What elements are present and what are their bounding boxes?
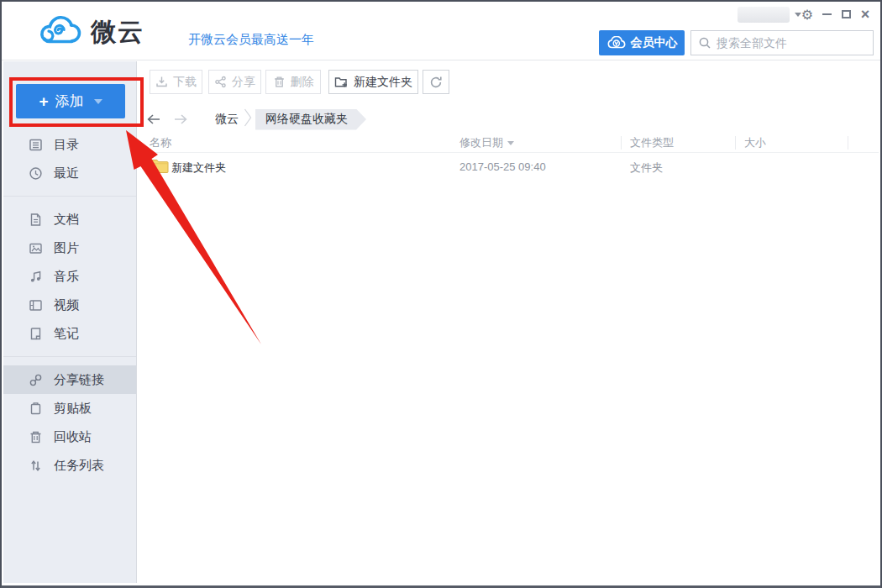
weiyun-logo: 微云 (37, 13, 144, 51)
breadcrumb: 微云 网络硬盘收藏夹 (138, 108, 879, 130)
column-divider (621, 136, 622, 150)
sidebar-item-label: 笔记 (54, 326, 79, 342)
add-dropdown-caret (94, 99, 102, 104)
column-header-type[interactable]: 文件类型 (630, 135, 674, 150)
picture-icon (29, 241, 43, 255)
add-button-label: 添加 (55, 92, 84, 111)
search-box[interactable] (690, 30, 874, 55)
column-divider (735, 136, 736, 150)
sidebar-item-label: 视频 (54, 297, 79, 313)
column-header-name[interactable]: 名称 (150, 135, 171, 150)
sidebar-item-label: 最近 (54, 165, 79, 181)
share-button[interactable]: 分享 (208, 70, 261, 94)
sidebar-item-recent[interactable]: 最近 (3, 159, 136, 187)
file-date: 2017-05-25 09:40 (459, 160, 546, 173)
column-header-date[interactable]: 修改日期 (459, 135, 514, 150)
file-table-header: 名称 修改日期 文件类型 大小 (138, 133, 879, 153)
sidebar-item-documents[interactable]: 文档 (3, 205, 136, 234)
sidebar-divider (3, 356, 136, 357)
delete-icon (273, 76, 286, 88)
delete-label: 删除 (291, 75, 314, 90)
trash-icon (29, 430, 43, 444)
sidebar-item-catalog[interactable]: 目录 (3, 130, 136, 159)
download-button[interactable]: 下载 (150, 70, 202, 94)
sidebar-nav: 目录 最近 文档 (3, 130, 136, 480)
weiyun-app-window: 微云 开微云会员最高送一年 会员中心 ⚙ (0, 0, 882, 588)
back-arrow-icon[interactable] (144, 110, 163, 129)
search-icon (698, 36, 711, 50)
document-icon (29, 213, 43, 227)
sidebar-item-clipboard[interactable]: 剪贴板 (3, 394, 136, 423)
member-center-button[interactable]: 会员中心 (599, 30, 685, 55)
file-name: 新建文件夹 (171, 160, 226, 176)
add-button[interactable]: + 添加 (16, 84, 125, 118)
column-header-size[interactable]: 大小 (744, 135, 766, 150)
clipboard-icon (29, 402, 43, 416)
sidebar-item-task-list[interactable]: 任务列表 (3, 451, 136, 480)
sidebar-item-label: 目录 (54, 137, 79, 153)
sidebar: + 添加 目录 最近 (3, 61, 137, 583)
maximize-button[interactable] (837, 6, 854, 23)
sidebar-divider (3, 196, 136, 197)
share-label: 分享 (232, 75, 255, 90)
refresh-button[interactable] (423, 70, 449, 94)
sidebar-item-notes[interactable]: 笔记 (3, 319, 136, 348)
file-row[interactable]: 新建文件夹 2017-05-25 09:40 文件夹 (138, 154, 879, 180)
file-type: 文件夹 (630, 160, 663, 176)
share-icon (214, 76, 227, 88)
sidebar-item-videos[interactable]: 视频 (3, 291, 136, 319)
app-header: 微云 开微云会员最高送一年 会员中心 ⚙ (2, 2, 880, 60)
sidebar-item-label: 任务列表 (54, 458, 104, 474)
sidebar-item-recycle-bin[interactable]: 回收站 (3, 423, 136, 451)
chevron-right-icon (244, 108, 252, 130)
new-folder-button[interactable]: 新建文件夹 (328, 70, 418, 94)
new-folder-label: 新建文件夹 (354, 75, 412, 90)
download-icon (155, 76, 168, 88)
promo-link[interactable]: 开微云会员最高送一年 (188, 32, 314, 48)
catalog-icon (29, 138, 43, 152)
sidebar-item-label: 分享链接 (54, 372, 104, 388)
main-content: 下载 分享 删除 (138, 61, 879, 583)
forward-arrow-icon[interactable] (171, 110, 190, 129)
clock-icon (29, 166, 43, 181)
sidebar-item-pictures[interactable]: 图片 (3, 234, 136, 262)
sidebar-item-share-links[interactable]: 分享链接 (3, 365, 136, 394)
member-center-label: 会员中心 (631, 35, 678, 50)
sidebar-item-music[interactable]: 音乐 (3, 262, 136, 291)
plus-icon: + (39, 93, 48, 109)
new-folder-icon (334, 76, 349, 88)
sidebar-item-label: 图片 (54, 240, 79, 256)
refresh-icon (429, 76, 443, 89)
breadcrumb-root[interactable]: 微云 (215, 112, 239, 127)
breadcrumb-current[interactable]: 网络硬盘收藏夹 (255, 109, 366, 130)
settings-gear-icon[interactable]: ⚙ (799, 6, 816, 23)
music-icon (29, 270, 43, 284)
member-cloud-icon (606, 36, 627, 50)
cloud-logo-icon (37, 13, 82, 51)
link-icon (29, 373, 43, 387)
sidebar-item-label: 回收站 (54, 429, 92, 445)
sidebar-item-label: 剪贴板 (54, 401, 92, 417)
column-divider (848, 136, 848, 150)
search-input[interactable] (717, 36, 869, 50)
app-title: 微云 (91, 15, 144, 50)
sidebar-item-label: 音乐 (54, 269, 79, 285)
delete-button[interactable]: 删除 (265, 70, 321, 94)
minimize-button[interactable] (818, 6, 835, 23)
sidebar-item-label: 文档 (54, 212, 79, 228)
sort-descending-icon (507, 141, 514, 145)
download-label: 下载 (173, 75, 197, 90)
account-name-redacted[interactable] (738, 7, 790, 23)
folder-icon (150, 158, 169, 176)
video-icon (29, 298, 43, 312)
note-icon (29, 327, 43, 341)
transfer-arrows-icon (29, 459, 43, 473)
close-button[interactable]: × (857, 6, 874, 23)
